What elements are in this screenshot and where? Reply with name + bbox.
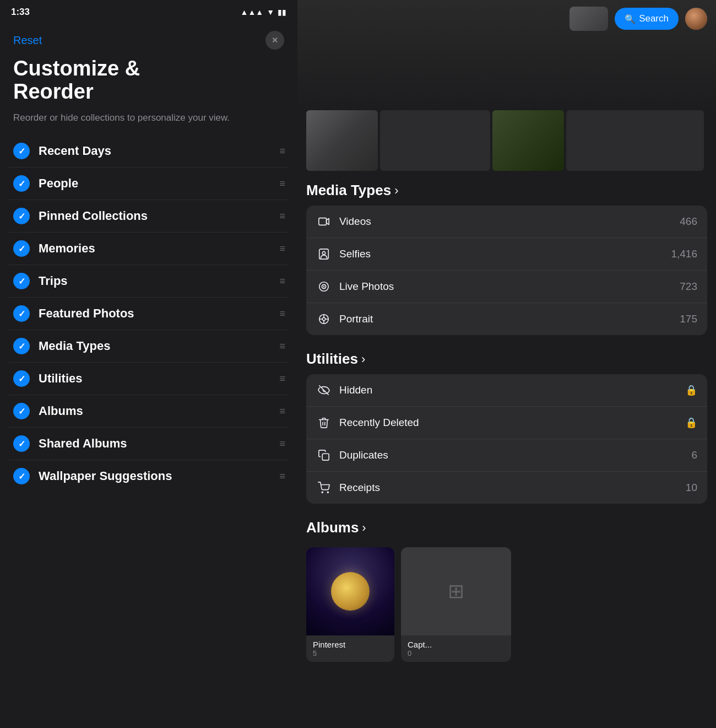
utility-row[interactable]: Duplicates 6: [306, 439, 707, 472]
album-item[interactable]: Pinterest 5: [306, 547, 394, 662]
album-info: Capt... 0: [401, 635, 511, 662]
thumbnail-strip: [297, 110, 716, 171]
album-thumbnail: [306, 547, 394, 635]
drag-handle[interactable]: ≡: [279, 341, 284, 352]
list-item[interactable]: Pinned Collections ≡: [9, 200, 289, 233]
utility-row[interactable]: Recently Deleted 🔒: [306, 407, 707, 439]
list-item[interactable]: Media Types ≡: [9, 330, 289, 363]
check-icon: [13, 273, 30, 289]
check-icon: [13, 403, 30, 419]
header-thumbnail: [569, 7, 608, 31]
check-icon: [13, 175, 30, 192]
list-item[interactable]: Albums ≡: [9, 395, 289, 428]
copy-icon: [316, 447, 332, 463]
utilities-header[interactable]: Utilities ›: [306, 350, 707, 368]
item-label: Media Types: [39, 339, 279, 353]
check-icon: [13, 240, 30, 257]
item-label: Shared Albums: [39, 436, 279, 451]
media-type-row[interactable]: Live Photos 723: [306, 271, 707, 303]
title-line1: Customize &: [13, 57, 140, 80]
drag-handle[interactable]: ≡: [279, 308, 284, 320]
media-types-card: Videos 466 Selfies 1,416: [306, 206, 707, 335]
album-name: Capt...: [408, 640, 505, 649]
photos-header: 🔍 Search Photos: [297, 0, 716, 110]
album-name: Pinterest: [313, 640, 388, 649]
row-label: Duplicates: [339, 449, 691, 461]
drag-handle[interactable]: ≡: [279, 471, 284, 482]
row-count: 723: [680, 281, 697, 293]
row-count: 175: [680, 313, 697, 325]
media-type-row[interactable]: Videos 466: [306, 206, 707, 238]
row-count: 10: [686, 482, 697, 494]
list-item[interactable]: Wallpaper Suggestions ≡: [9, 460, 289, 492]
reset-button[interactable]: Reset: [13, 34, 42, 47]
list-item[interactable]: Utilities ≡: [9, 363, 289, 395]
lock-icon: 🔒: [685, 417, 697, 429]
drag-handle[interactable]: ≡: [279, 145, 284, 157]
close-button[interactable]: [265, 31, 284, 50]
svg-point-13: [322, 492, 323, 493]
collection-list: Recent Days ≡ People ≡ Pinned Collection…: [0, 135, 297, 492]
utilities-section: Utilities › Hidden 🔒: [297, 339, 716, 508]
signal-icon: ▲▲▲: [241, 8, 264, 17]
search-button[interactable]: 🔍 Search: [615, 8, 679, 30]
album-item[interactable]: ⊞ Capt... 0: [401, 547, 511, 662]
list-item[interactable]: Trips ≡: [9, 265, 289, 298]
item-label: People: [39, 176, 279, 191]
video-icon: [316, 214, 332, 229]
drag-handle[interactable]: ≡: [279, 373, 284, 385]
battery-icon: ▮▮: [278, 8, 286, 17]
check-icon: [13, 208, 30, 224]
row-label: Hidden: [339, 384, 685, 396]
svg-point-2: [322, 251, 326, 255]
status-icons: ▲▲▲ ▼ ▮▮: [241, 8, 286, 17]
drag-handle[interactable]: ≡: [279, 211, 284, 222]
item-label: Utilities: [39, 371, 279, 386]
row-label: Recently Deleted: [339, 417, 685, 429]
list-item[interactable]: Memories ≡: [9, 233, 289, 265]
item-label: Albums: [39, 404, 279, 418]
item-label: Pinned Collections: [39, 209, 279, 223]
media-type-row[interactable]: Selfies 1,416: [306, 238, 707, 271]
portrait-icon: [316, 246, 332, 262]
utilities-card: Hidden 🔒 Recently Deleted 🔒: [306, 374, 707, 504]
panel-subtitle: Reorder or hide collections to personali…: [0, 106, 297, 136]
album-info: Pinterest 5: [306, 635, 394, 662]
chevron-right-icon: ›: [394, 184, 398, 198]
media-type-row[interactable]: Portrait 175: [306, 303, 707, 335]
avatar: [685, 8, 707, 30]
album-count: 0: [408, 649, 505, 657]
media-types-section: Media Types › Videos 466: [297, 171, 716, 339]
row-label: Portrait: [339, 313, 680, 325]
thumbnail-item: [566, 110, 704, 171]
list-item[interactable]: Featured Photos ≡: [9, 298, 289, 330]
list-item[interactable]: Shared Albums ≡: [9, 428, 289, 460]
row-label: Selfies: [339, 248, 671, 260]
album-thumbnail: ⊞: [401, 547, 511, 635]
drag-handle[interactable]: ≡: [279, 178, 284, 190]
moon-decoration: [331, 572, 370, 611]
item-label: Wallpaper Suggestions: [39, 469, 279, 483]
media-types-header[interactable]: Media Types ›: [306, 182, 707, 199]
drag-handle[interactable]: ≡: [279, 276, 284, 287]
header-controls: 🔍 Search: [569, 7, 707, 31]
section-title: Utilities: [306, 350, 358, 368]
item-label: Trips: [39, 274, 279, 288]
drag-handle[interactable]: ≡: [279, 438, 284, 450]
utility-row[interactable]: Hidden 🔒: [306, 374, 707, 407]
row-label: Receipts: [339, 482, 686, 494]
utility-row[interactable]: Receipts 10: [306, 472, 707, 504]
list-item[interactable]: Recent Days ≡: [9, 135, 289, 168]
cart-icon: [316, 480, 332, 495]
trash-icon: [316, 415, 332, 430]
drag-handle[interactable]: ≡: [279, 243, 284, 255]
drag-handle[interactable]: ≡: [279, 406, 284, 417]
row-count: 466: [680, 215, 697, 228]
list-item[interactable]: People ≡: [9, 168, 289, 200]
albums-header[interactable]: Albums ›: [306, 519, 707, 536]
customize-panel: 1:33 ▲▲▲ ▼ ▮▮ Reset Customize & Reorder …: [0, 0, 297, 728]
row-count: 6: [691, 449, 697, 461]
svg-point-14: [327, 492, 328, 493]
thumbnail-item: [306, 110, 378, 171]
avatar-button[interactable]: [685, 8, 707, 30]
